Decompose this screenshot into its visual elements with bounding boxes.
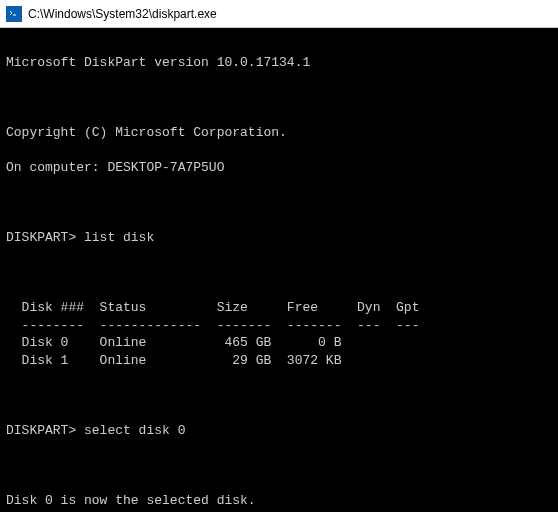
- console-output[interactable]: Microsoft DiskPart version 10.0.17134.1 …: [0, 28, 558, 512]
- prompt: DISKPART>: [6, 229, 76, 247]
- version-line: Microsoft DiskPart version 10.0.17134.1: [6, 54, 552, 72]
- blank: [6, 387, 552, 405]
- computer-line: On computer: DESKTOP-7A7P5UO: [6, 159, 552, 177]
- prompt: DISKPART>: [6, 422, 76, 440]
- blank: [6, 457, 552, 475]
- blank: [6, 264, 552, 282]
- title-bar[interactable]: C:\Windows\System32\diskpart.exe: [0, 0, 558, 28]
- prompt-line-2: DISKPART>select disk 0: [6, 422, 552, 440]
- command-list-disk: list disk: [84, 229, 154, 247]
- blank: [6, 89, 552, 107]
- console-icon: [6, 6, 22, 22]
- copyright-line: Copyright (C) Microsoft Corporation.: [6, 124, 552, 142]
- window-title: C:\Windows\System32\diskpart.exe: [28, 7, 217, 21]
- prompt-line-1: DISKPART>list disk: [6, 229, 552, 247]
- response-select-disk: Disk 0 is now the selected disk.: [6, 492, 552, 510]
- disk-table: Disk ### Status Size Free Dyn Gpt ------…: [6, 299, 552, 369]
- blank: [6, 194, 552, 212]
- command-select-disk: select disk 0: [84, 422, 185, 440]
- svg-rect-0: [8, 9, 20, 19]
